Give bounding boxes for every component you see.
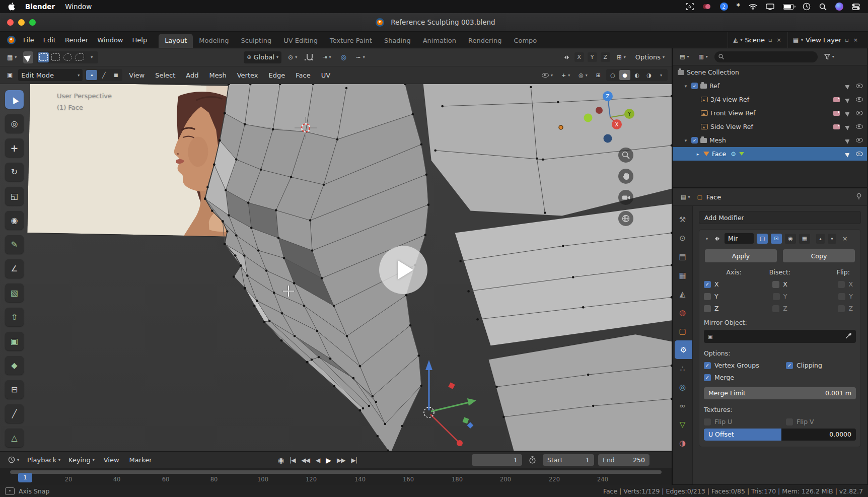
proportional-falloff-dropdown[interactable]: ~▾ — [353, 51, 368, 63]
view-layer-selector[interactable]: ▦▾ View Layer ▫ × — [787, 32, 864, 48]
panel-disclosure-icon[interactable]: ▾ — [704, 236, 710, 241]
display-cage-toggle[interactable]: ▦ — [799, 234, 810, 244]
tab-particles[interactable]: ∴ — [673, 359, 692, 378]
menu-select[interactable]: Select — [151, 72, 179, 79]
zoom-window-button[interactable] — [29, 19, 36, 26]
bisect-z-checkbox[interactable]: Z — [755, 305, 806, 312]
menu-face[interactable]: Face — [292, 72, 314, 79]
tab-compositing[interactable]: Compo — [508, 34, 543, 48]
eyedropper-icon[interactable] — [845, 332, 852, 340]
end-frame-field[interactable]: End 250 — [598, 454, 649, 466]
spotlight-search-icon[interactable] — [819, 2, 827, 11]
3d-viewport[interactable]: User Perspective (1) Face ▲ ◎ + ↻ ◱ ◉ ✎ … — [0, 84, 672, 451]
visibility-eye-icon[interactable] — [856, 152, 863, 156]
image-data-icon[interactable] — [833, 111, 840, 116]
new-view-layer-icon[interactable]: ▫ — [844, 37, 849, 43]
tool-knife[interactable]: ╱ — [5, 404, 24, 423]
minimize-window-button[interactable] — [18, 19, 25, 26]
flip-v-checkbox[interactable]: Flip V — [786, 418, 814, 425]
outliner-row-mesh[interactable]: ▾ ✓ Mesh — [673, 133, 867, 147]
disclosure-icon[interactable]: ▾ — [683, 138, 689, 143]
select-circle-tool-button[interactable] — [62, 52, 73, 62]
tab-modifiers[interactable]: ⚙ — [675, 340, 692, 359]
tab-tool[interactable]: ⚒ — [673, 210, 692, 229]
menu-help[interactable]: Help — [128, 32, 152, 48]
snap-target-dropdown[interactable]: ⇥▾ — [319, 51, 334, 63]
playhead[interactable]: 1 — [18, 473, 32, 482]
visibility-eye-icon[interactable] — [856, 84, 863, 88]
tool-rotate[interactable]: ↻ — [5, 163, 24, 181]
move-modifier-up-button[interactable]: ▴ — [816, 234, 825, 244]
siri-icon[interactable] — [835, 3, 843, 11]
tool-select-box[interactable]: ▲ — [5, 90, 24, 109]
tab-layout[interactable]: Layout — [159, 34, 193, 48]
timeline-marker-menu[interactable]: Marker — [125, 456, 156, 464]
auto-key-button[interactable]: ◉ — [278, 456, 283, 464]
camera-view-button[interactable] — [618, 190, 633, 205]
snap-toggle-button[interactable] — [304, 51, 316, 63]
select-box-tool-button[interactable] — [50, 52, 61, 62]
tab-world[interactable]: ◍ — [673, 303, 692, 322]
control-center-icon[interactable] — [852, 2, 860, 11]
pan-hand-button[interactable] — [618, 169, 633, 184]
properties-editor-type-button[interactable]: ▤▾ — [678, 191, 693, 203]
clock-icon[interactable] — [803, 2, 811, 11]
mirror-x-button[interactable]: X — [574, 52, 584, 62]
menu-view[interactable]: View — [125, 72, 149, 79]
apply-button[interactable]: Apply — [705, 249, 777, 262]
notification-badge[interactable]: 2 — [720, 3, 728, 11]
mirror-object-field[interactable]: ▣ — [704, 330, 856, 343]
selectable-icon[interactable] — [845, 137, 851, 144]
flip-y-checkbox[interactable]: Y — [805, 293, 856, 300]
delete-view-layer-icon[interactable]: × — [852, 37, 859, 43]
tool-measure[interactable]: ∠ — [5, 259, 24, 278]
menu-edit[interactable]: Edit — [39, 32, 60, 48]
tab-sculpting[interactable]: Sculpting — [235, 34, 277, 48]
menu-uv[interactable]: UV — [317, 72, 334, 79]
keying-menu[interactable]: Keying▾ — [65, 454, 98, 466]
timeline-view-menu[interactable]: View — [100, 456, 123, 464]
tool-inset-faces[interactable]: ▣ — [5, 332, 24, 350]
recording-indicator-icon[interactable] — [702, 2, 711, 11]
playback-menu[interactable]: Playback▾ — [24, 454, 63, 466]
delete-scene-icon[interactable]: × — [776, 37, 782, 43]
tool-add-cube[interactable]: ▧ — [5, 283, 24, 302]
tool-loop-cut[interactable]: ⊟ — [5, 380, 24, 399]
remove-modifier-icon[interactable]: × — [842, 235, 847, 242]
scene-selector[interactable]: ◭▾ Scene ▫ × — [728, 32, 787, 48]
play-button[interactable]: ▶ — [326, 456, 331, 464]
outliner-row-side-view-ref[interactable]: Side View Ref — [673, 120, 867, 133]
selectable-icon[interactable] — [845, 110, 851, 116]
display-render-toggle[interactable]: ◉ — [785, 234, 796, 244]
menu-mesh[interactable]: Mesh — [205, 72, 230, 79]
sparkle-icon[interactable]: * — [737, 2, 741, 11]
editor-type-button[interactable]: ▦▾ — [4, 51, 20, 63]
proportional-edit-toggle[interactable]: ◎ — [337, 51, 349, 63]
vertex-groups-checkbox[interactable]: Vertex Groups — [704, 362, 786, 369]
tool-move[interactable]: + — [5, 138, 24, 157]
tab-texture-paint[interactable]: Texture Paint — [324, 34, 378, 48]
tab-render[interactable]: ⊙ — [673, 229, 692, 247]
wifi-icon[interactable] — [749, 2, 757, 11]
new-scene-icon[interactable]: ▫ — [767, 37, 773, 43]
tab-rendering[interactable]: Rendering — [462, 34, 508, 48]
menu-edge[interactable]: Edge — [265, 72, 290, 79]
disclosure-icon[interactable]: ▸ — [695, 152, 701, 157]
display-mirroring-icon[interactable] — [766, 2, 774, 11]
image-data-icon[interactable] — [833, 97, 840, 102]
outliner-row-scene-collection[interactable]: Scene Collection — [673, 65, 867, 79]
modifier-name-field[interactable]: Mir — [725, 233, 754, 244]
pivot-point-dropdown[interactable]: ⊙▾ — [285, 51, 300, 63]
display-editmode-toggle[interactable]: ▢ — [757, 234, 768, 244]
selectable-icon[interactable] — [845, 151, 851, 157]
outliner-row-face[interactable]: ▸ Face ⚙ — [673, 147, 867, 161]
flip-u-checkbox[interactable]: Flip U — [704, 418, 786, 425]
mirror-z-button[interactable]: Z — [601, 52, 610, 62]
timeline-editor-type-button[interactable]: ▾ — [5, 454, 22, 466]
bisect-x-checkbox[interactable]: X — [755, 280, 806, 288]
menu-file[interactable]: File — [19, 32, 39, 48]
menu-add[interactable]: Add — [182, 72, 202, 79]
tool-annotate[interactable]: ✎ — [5, 235, 24, 254]
vertex-select-button[interactable]: ∙ — [86, 70, 97, 80]
transform-gizmo[interactable] — [383, 356, 493, 451]
